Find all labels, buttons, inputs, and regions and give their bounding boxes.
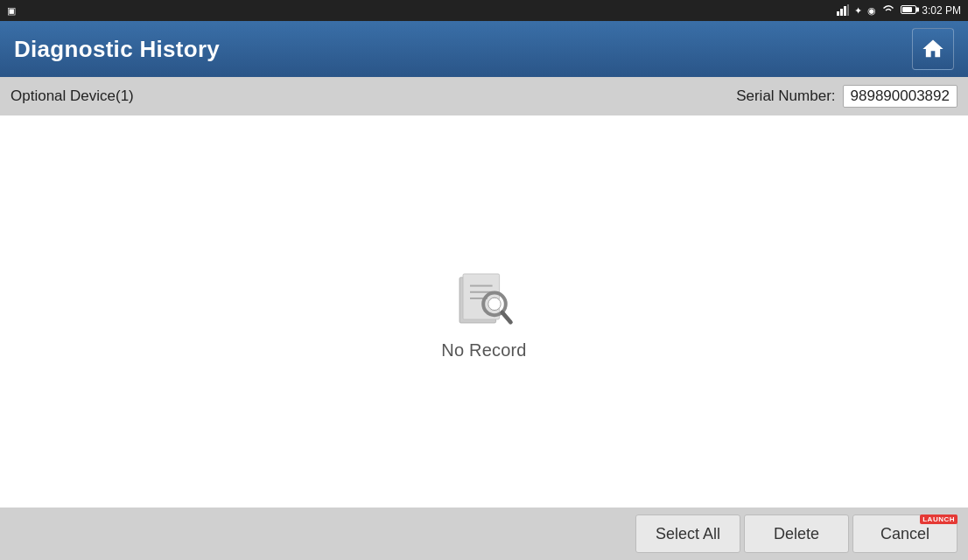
wifi-icon — [881, 4, 895, 18]
page-title: Diagnostic History — [14, 36, 220, 63]
status-time: 3:02 PM — [922, 4, 961, 17]
footer: Select All Delete Cancel LAUNCH — [0, 508, 968, 560]
no-record-text: No Record — [441, 340, 526, 360]
delete-button[interactable]: Delete — [744, 514, 849, 553]
select-all-button[interactable]: Select All — [635, 514, 740, 553]
svg-line-11 — [502, 312, 511, 322]
header: Diagnostic History — [0, 21, 968, 77]
svg-rect-5 — [463, 274, 500, 319]
main-content: No Record — [0, 116, 968, 508]
serial-number-section: Serial Number: 989890003892 — [736, 85, 957, 108]
home-icon — [921, 37, 945, 61]
launch-badge: LAUNCH — [920, 514, 957, 524]
no-record-icon — [449, 263, 519, 333]
svg-rect-0 — [837, 11, 839, 16]
svg-rect-1 — [840, 9, 843, 16]
serial-number-value: 989890003892 — [843, 85, 957, 108]
battery-icon — [901, 5, 916, 16]
location-icon: ◉ — [867, 5, 876, 17]
subheader: Optional Device(1) Serial Number: 989890… — [0, 77, 968, 116]
svg-rect-3 — [847, 4, 849, 16]
home-button[interactable] — [912, 28, 954, 70]
svg-point-10 — [488, 298, 501, 310]
signal-icon — [837, 4, 849, 18]
cancel-button-wrapper: Cancel LAUNCH — [852, 514, 957, 553]
bluetooth-icon: ✦ — [854, 5, 862, 17]
status-bar-left: ▣ — [7, 5, 16, 17]
device-label: Optional Device(1) — [11, 88, 134, 105]
app-icon: ▣ — [7, 5, 16, 17]
serial-number-label: Serial Number: — [736, 88, 835, 105]
status-bar-right: ✦ ◉ 3:02 PM — [837, 4, 961, 18]
no-record-container: No Record — [441, 263, 526, 360]
status-bar: ▣ ✦ ◉ 3:02 PM — [0, 0, 968, 21]
svg-rect-2 — [844, 6, 846, 16]
